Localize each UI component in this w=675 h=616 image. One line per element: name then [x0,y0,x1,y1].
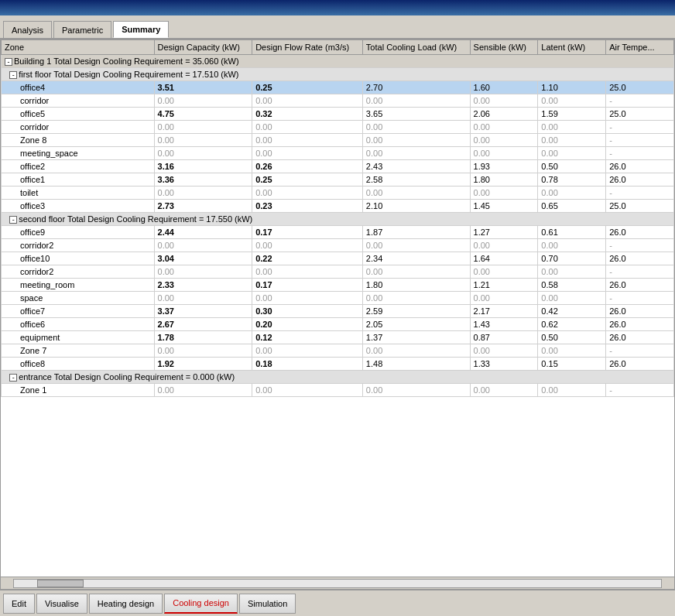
table-row[interactable]: office54.750.323.652.061.5925.0 [2,108,674,121]
total-cooling-load: 0.00 [362,187,470,200]
cooling-design-button[interactable]: Cooling design [164,594,238,614]
sensible: 1.93 [470,160,538,173]
design-capacity: 3.51 [154,81,252,94]
air-temp: - [606,134,674,147]
design-flow-rate: 0.26 [252,160,363,173]
total-cooling-load: 0.00 [362,384,470,397]
design-capacity: 3.36 [154,173,252,187]
zone-name: Zone 8 [2,134,155,147]
sensible: 1.43 [470,318,538,331]
tab-summary[interactable]: Summary [113,21,169,38]
table-row[interactable]: Zone 80.000.000.000.000.00- [2,134,674,147]
tab-parametric[interactable]: Parametric [53,21,111,38]
table-row[interactable]: office32.730.232.101.450.6525.0 [2,200,674,213]
simulation-button[interactable]: Simulation [239,594,296,614]
latent: 0.00 [538,134,606,147]
zone-name: office3 [2,200,155,213]
table-row[interactable]: corridor0.000.000.000.000.00- [2,121,674,134]
design-capacity: 0.00 [154,265,252,279]
latent: 0.78 [538,173,606,187]
col-latent: Latent (kW) [538,40,606,55]
zone-name: Zone 7 [2,344,155,358]
table-row[interactable]: office103.040.222.341.640.7026.0 [2,252,674,265]
design-capacity: 0.00 [154,239,252,252]
zone-name: office5 [2,108,155,121]
sensible: 1.64 [470,252,538,265]
table-row[interactable]: corridor20.000.000.000.000.00- [2,239,674,252]
table-container[interactable]: Zone Design Capacity (kW) Design Flow Ra… [1,39,674,577]
sensible: 0.00 [470,344,538,358]
zone-name: office6 [2,318,155,331]
zone-name: corridor2 [2,265,155,279]
latent: 0.00 [538,292,606,305]
edit-button[interactable]: Edit [3,594,35,614]
table-row[interactable]: office92.440.171.871.270.6126.0 [2,226,674,239]
heating-design-button[interactable]: Heating design [89,594,163,614]
design-capacity: 1.78 [154,331,252,344]
table-row[interactable]: corridor20.000.000.000.000.00- [2,265,674,279]
visualise-button[interactable]: Visualise [36,594,87,614]
table-row[interactable]: Zone 10.000.000.000.000.00- [2,384,674,397]
latent: 0.58 [538,279,606,292]
table-row[interactable]: toilet0.000.000.000.000.00- [2,187,674,200]
design-flow-rate: 0.00 [252,344,363,358]
design-capacity: 2.73 [154,200,252,213]
latent: 0.50 [538,160,606,173]
design-capacity: 0.00 [154,121,252,134]
total-cooling-load: 2.10 [362,200,470,213]
latent: 1.10 [538,81,606,94]
zone-name: Zone 1 [2,384,155,397]
latent: 0.00 [538,94,606,108]
scrollbar-area[interactable] [1,577,674,589]
design-flow-rate: 0.00 [252,292,363,305]
air-temp: 26.0 [606,305,674,318]
table-row[interactable]: meeting_room2.330.171.801.210.5826.0 [2,279,674,292]
h-scrollbar[interactable] [13,579,662,588]
design-flow-rate: 0.25 [252,173,363,187]
table-row[interactable]: office13.360.252.581.800.7826.0 [2,173,674,187]
total-cooling-load: 2.43 [362,160,470,173]
design-flow-rate: 0.00 [252,121,363,134]
air-temp: - [606,121,674,134]
design-flow-rate: 0.22 [252,252,363,265]
design-capacity: 3.37 [154,305,252,318]
design-capacity: 0.00 [154,344,252,358]
table-row[interactable]: equipment1.780.121.370.870.5026.0 [2,331,674,344]
table-row[interactable]: office73.370.302.592.170.4226.0 [2,305,674,318]
tab-bar: Analysis Parametric Summary [0,15,675,39]
design-capacity: 1.92 [154,358,252,371]
table-row[interactable]: Zone 70.000.000.000.000.00- [2,344,674,358]
zone-name: toilet [2,187,155,200]
air-temp: 25.0 [606,81,674,94]
total-cooling-load: 1.80 [362,279,470,292]
design-flow-rate: 0.32 [252,108,363,121]
total-cooling-load: 2.58 [362,173,470,187]
total-cooling-load: 3.65 [362,108,470,121]
tab-analysis[interactable]: Analysis [3,21,52,38]
subgroup-header-row: -second floor Total Design Cooling Requi… [2,213,674,226]
sensible: 0.00 [470,134,538,147]
table-row[interactable]: space0.000.000.000.000.00- [2,292,674,305]
latent: 0.00 [538,265,606,279]
bottom-bar: Edit Visualise Heating design Cooling de… [0,590,675,616]
table-row[interactable]: corridor0.000.000.000.000.00- [2,94,674,108]
col-sensible: Sensible (kW) [470,40,538,55]
sensible: 0.00 [470,121,538,134]
table-row[interactable]: office81.920.181.481.330.1526.0 [2,358,674,371]
zone-name: meeting_room [2,279,155,292]
total-cooling-load: 0.00 [362,147,470,160]
col-zone: Zone [2,40,155,55]
design-flow-rate: 0.17 [252,226,363,239]
total-cooling-load: 1.48 [362,358,470,371]
table-row[interactable]: office23.160.262.431.930.5026.0 [2,160,674,173]
design-flow-rate: 0.30 [252,305,363,318]
h-scrollbar-thumb[interactable] [37,580,84,587]
air-temp: 25.0 [606,200,674,213]
zone-name: office7 [2,305,155,318]
design-capacity: 0.00 [154,94,252,108]
design-capacity: 2.67 [154,318,252,331]
sensible: 0.00 [470,265,538,279]
table-row[interactable]: office43.510.252.701.601.1025.0 [2,81,674,94]
table-row[interactable]: meeting_space0.000.000.000.000.00- [2,147,674,160]
table-row[interactable]: office62.670.202.051.430.6226.0 [2,318,674,331]
